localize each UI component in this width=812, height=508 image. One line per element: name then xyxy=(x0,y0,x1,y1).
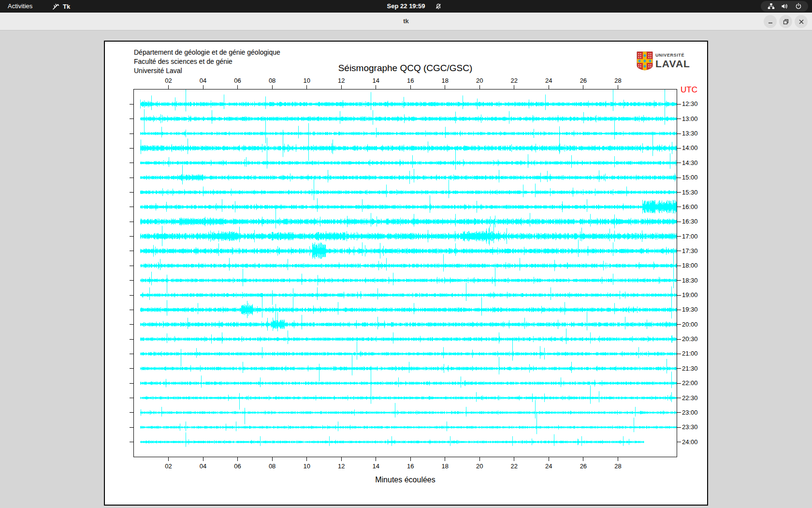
focused-app-indicator[interactable]: Tk xyxy=(52,0,70,13)
x-tick-label-bottom: 20 xyxy=(472,463,487,470)
row-tick-left xyxy=(130,295,133,296)
laval-shield-icon xyxy=(637,51,653,71)
row-time-label: 19:00 xyxy=(682,291,698,299)
window-title: tk xyxy=(0,13,812,30)
row-tick-left xyxy=(130,266,133,266)
x-tick-bottom xyxy=(341,457,342,461)
row-tick-left xyxy=(130,442,133,442)
row-tick-left xyxy=(130,207,133,207)
row-tick-left xyxy=(130,280,133,281)
x-tick-top xyxy=(514,85,514,89)
seismograph-figure: Département de géologie et de génie géol… xyxy=(104,41,708,506)
row-tick-right xyxy=(677,192,681,193)
x-tick-top xyxy=(583,85,583,89)
row-tick-right xyxy=(677,310,681,310)
row-time-label: 23:30 xyxy=(682,423,698,431)
app-name-label: Tk xyxy=(63,3,70,10)
x-tick-label-bottom: 04 xyxy=(195,463,211,470)
row-tick-left xyxy=(130,339,133,340)
x-tick-top xyxy=(618,85,618,89)
row-time-label: 16:30 xyxy=(682,218,698,225)
maximize-button[interactable] xyxy=(779,15,792,28)
x-tick-label-bottom: 14 xyxy=(368,463,384,470)
x-tick-label-bottom: 18 xyxy=(437,463,453,470)
row-tick-right xyxy=(677,207,681,207)
row-tick-left xyxy=(130,236,133,237)
row-tick-right xyxy=(677,163,681,163)
x-tick-label-top: 12 xyxy=(334,77,349,84)
x-tick-bottom xyxy=(376,457,376,461)
x-tick-label-bottom: 06 xyxy=(230,463,246,470)
row-tick-right xyxy=(677,134,681,134)
x-tick-label-bottom: 22 xyxy=(507,463,522,470)
x-tick-top xyxy=(549,85,549,89)
x-tick-label-top: 16 xyxy=(403,77,418,84)
row-time-label: 18:00 xyxy=(682,262,698,269)
system-status-area[interactable] xyxy=(761,1,808,12)
x-tick-label-bottom: 24 xyxy=(541,463,556,470)
row-tick-left xyxy=(130,427,133,428)
window-title-bar[interactable]: tk xyxy=(0,13,812,30)
row-tick-right xyxy=(677,398,681,398)
row-tick-left xyxy=(130,398,133,398)
x-tick-top xyxy=(341,85,342,89)
logo-universite-text: UNIVERSITÉ xyxy=(655,53,690,58)
row-tick-right xyxy=(677,222,681,222)
x-tick-label-top: 28 xyxy=(610,77,625,84)
x-tick-label-top: 14 xyxy=(368,77,384,84)
row-tick-right xyxy=(677,354,681,354)
network-icon xyxy=(768,3,775,10)
x-tick-bottom xyxy=(514,457,514,461)
x-tick-top xyxy=(376,85,376,89)
row-time-label: 20:00 xyxy=(682,321,698,328)
row-tick-left xyxy=(130,148,133,149)
row-tick-left xyxy=(130,134,133,134)
row-tick-right xyxy=(677,266,681,266)
x-tick-label-top: 04 xyxy=(195,77,211,84)
row-tick-left xyxy=(130,412,133,413)
row-tick-left xyxy=(130,192,133,193)
row-tick-right xyxy=(677,295,681,296)
row-tick-left xyxy=(130,119,133,119)
clock-label[interactable]: Sep 22 19:59 xyxy=(387,0,425,13)
x-tick-top xyxy=(203,85,203,89)
row-tick-right xyxy=(677,324,681,325)
row-tick-right xyxy=(677,339,681,340)
row-tick-right xyxy=(677,178,681,178)
bell-muted-icon xyxy=(435,3,442,10)
x-tick-top xyxy=(237,85,238,89)
figure-title: Séismographe QCQ (CGC/GSC) xyxy=(134,63,677,74)
row-time-label: 22:00 xyxy=(682,379,698,387)
row-tick-left xyxy=(130,163,133,163)
row-tick-right xyxy=(677,280,681,281)
activities-button[interactable]: Activities xyxy=(8,0,32,13)
utc-axis-label: UTC xyxy=(681,85,697,95)
row-time-label: 14:00 xyxy=(682,144,698,151)
row-time-label: 22:30 xyxy=(682,394,698,402)
x-tick-top xyxy=(445,85,445,89)
close-button[interactable] xyxy=(795,15,808,28)
x-tick-label-bottom: 10 xyxy=(299,463,315,470)
row-time-label: 18:30 xyxy=(682,277,698,284)
logo-laval-text: LAVAL xyxy=(655,59,690,69)
row-time-label: 13:30 xyxy=(682,130,698,137)
row-time-label: 24:00 xyxy=(682,438,698,446)
x-axis-label: Minutes écoulées xyxy=(134,476,677,484)
row-time-label: 17:30 xyxy=(682,247,698,254)
row-tick-right xyxy=(677,148,681,149)
x-tick-label-bottom: 28 xyxy=(610,463,625,470)
x-tick-label-bottom: 08 xyxy=(264,463,280,470)
x-tick-label-top: 10 xyxy=(299,77,315,84)
x-tick-label-top: 26 xyxy=(576,77,591,84)
x-tick-bottom xyxy=(203,457,203,461)
row-tick-left xyxy=(130,178,133,178)
row-tick-right xyxy=(677,368,681,369)
x-tick-bottom xyxy=(272,457,273,461)
x-tick-top xyxy=(168,85,169,89)
row-tick-left xyxy=(130,251,133,251)
row-tick-right xyxy=(677,251,681,251)
minimize-button[interactable] xyxy=(764,15,777,28)
volume-icon xyxy=(781,3,788,10)
x-tick-top xyxy=(272,85,273,89)
row-time-label: 21:30 xyxy=(682,365,698,372)
